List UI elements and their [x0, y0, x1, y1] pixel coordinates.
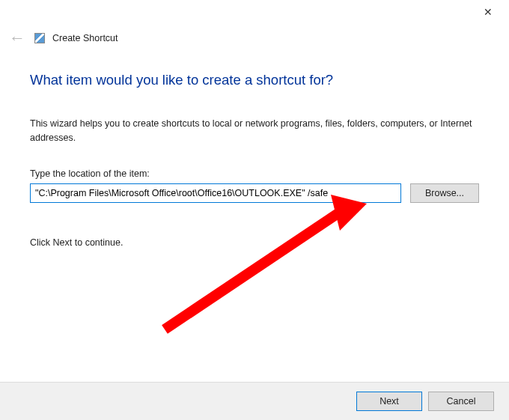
- header-row: ← Create Shortcut: [0, 24, 509, 51]
- dialog-title: Create Shortcut: [52, 33, 118, 43]
- location-row: Browse...: [30, 183, 479, 203]
- shortcut-wizard-icon: [34, 33, 45, 43]
- titlebar: ✕: [0, 0, 509, 24]
- location-input[interactable]: [30, 183, 401, 203]
- next-button[interactable]: Next: [356, 392, 422, 411]
- footer-bar: Next Cancel: [0, 382, 509, 420]
- location-label: Type the location of the item:: [30, 168, 479, 179]
- page-heading: What item would you like to create a sho…: [30, 72, 479, 88]
- browse-button[interactable]: Browse...: [410, 183, 479, 203]
- cancel-button[interactable]: Cancel: [428, 392, 494, 411]
- wizard-description: This wizard helps you to create shortcut…: [30, 117, 479, 146]
- next-hint: Click Next to continue.: [30, 237, 479, 248]
- close-button[interactable]: ✕: [476, 1, 500, 22]
- back-arrow-icon[interactable]: ←: [7, 30, 27, 46]
- content-area: What item would you like to create a sho…: [0, 51, 509, 266]
